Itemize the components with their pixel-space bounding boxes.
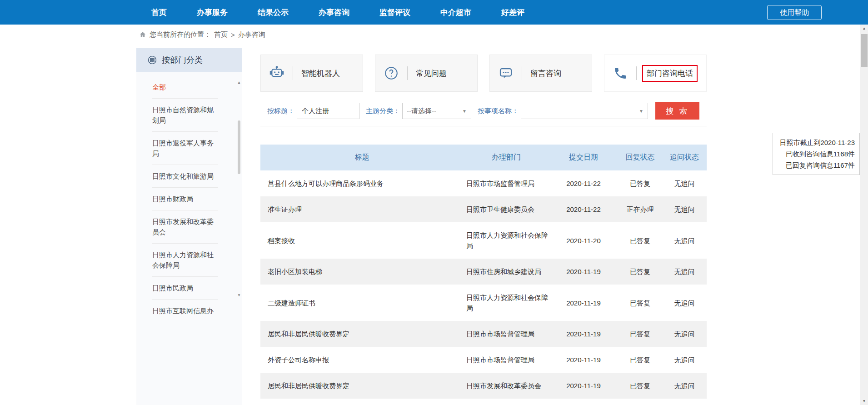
row-department: 日照市市场监督管理局 [464, 321, 549, 347]
col-header-title: 标题 [260, 145, 464, 170]
nav-item[interactable]: 结果公示 [258, 7, 289, 18]
nav-item[interactable]: 办事咨询 [319, 7, 349, 18]
col-header-department: 办理部门 [464, 145, 549, 170]
row-title-link[interactable]: 居民和非居民供暖收费界定 [260, 373, 464, 399]
sidebar-item[interactable]: 日照市文化和旅游局 [152, 165, 218, 188]
col-header-date: 提交日期 [549, 145, 618, 170]
robot-icon [261, 65, 293, 81]
sidebar-scroll-thumb[interactable] [238, 120, 240, 174]
breadcrumb-separator: > [231, 31, 235, 39]
row-submit-date: 2020-11-19 [549, 259, 618, 285]
row-department: 日照市住房和城乡建设局 [464, 259, 549, 285]
row-submit-date: 2020-11-19 [549, 347, 618, 373]
main-content: 智能机器人 常见问题 [260, 55, 707, 399]
sidebar-item[interactable]: 日照市发展和改革委员会 [152, 210, 218, 244]
row-title-link[interactable]: 外资子公司名称申报 [260, 347, 464, 373]
sidebar-title: 按部门分类 [162, 55, 203, 65]
tab-department-phone[interactable]: 部门咨询电话 [604, 55, 707, 92]
stats-line-2: 已收到咨询信息1168件 [778, 148, 855, 160]
table-header-row: 标题 办理部门 提交日期 回复状态 追问状态 [260, 145, 707, 170]
nav-item[interactable]: 好差评 [501, 7, 524, 18]
row-department: 日照市卫生健康委员会 [464, 196, 549, 222]
sidebar-item[interactable]: 日照市财政局 [152, 188, 218, 210]
row-title-link[interactable]: 准生证办理 [260, 196, 464, 222]
nav-item[interactable]: 办事服务 [197, 7, 228, 18]
nav-item[interactable]: 中介超市 [440, 7, 471, 18]
col-header-followup-status: 追问状态 [662, 145, 707, 170]
item-filter-label: 按事项名称： [478, 107, 519, 115]
table-row: 居民和非居民供暖收费界定 日照市发展和改革委员会 2020-11-19 已答复 … [260, 373, 707, 399]
row-submit-date: 2020-11-19 [549, 373, 618, 399]
title-filter-label: 按标题： [267, 107, 294, 115]
scroll-up-icon[interactable]: ▲ [236, 80, 242, 85]
tab-message-consult[interactable]: 留言咨询 [489, 55, 592, 92]
sidebar-scrollbar[interactable]: ▲ ▼ [237, 80, 241, 298]
scroll-down-icon[interactable]: ▼ [860, 397, 868, 405]
tab-smart-robot[interactable]: 智能机器人 [260, 55, 363, 92]
table-row: 档案接收 日照市人力资源和社会保障局 2020-11-20 已答复 无追问 [260, 222, 707, 259]
category-select[interactable]: --请选择-- ▼ [402, 103, 471, 119]
scroll-up-icon[interactable]: ▲ [860, 25, 868, 32]
row-title-link[interactable]: 居民和非居民供暖收费界定 [260, 321, 464, 347]
row-title-link[interactable]: 老旧小区加装电梯 [260, 259, 464, 285]
row-submit-date: 2020-11-19 [549, 285, 618, 321]
breadcrumb-current: 办事咨询 [238, 30, 265, 39]
row-reply-status: 已答复 [618, 373, 662, 399]
search-button[interactable]: 搜 索 [655, 102, 699, 120]
consult-stats-box: 日照市截止到2020-11-23 已收到咨询信息1168件 已回复咨询信息116… [773, 133, 860, 175]
row-submit-date: 2020-11-22 [549, 196, 618, 222]
row-reply-status: 正在办理 [618, 196, 662, 222]
page-scroll-thumb[interactable] [861, 34, 868, 67]
row-reply-status: 已答复 [618, 259, 662, 285]
breadcrumb-home-link[interactable]: 首页 [214, 30, 228, 39]
row-followup-status: 无追问 [662, 196, 707, 222]
sidebar-item[interactable]: 日照市退役军人事务局 [152, 132, 218, 165]
item-name-select[interactable]: ▼ [521, 103, 648, 119]
table-row: 外资子公司名称申报 日照市市场监督管理局 2020-11-19 已答复 无追问 [260, 347, 707, 373]
nav-item[interactable]: 监督评议 [379, 7, 410, 18]
row-followup-status: 无追问 [662, 285, 707, 321]
tab-department-phone-label: 部门咨询电话 [642, 65, 698, 82]
main-nav: 首页 办事服务 结果公示 办事咨询 监督评议 中介超市 好差评 [0, 0, 868, 25]
page-scrollbar[interactable]: ▲ ▼ [860, 25, 868, 405]
row-reply-status: 已答复 [618, 321, 662, 347]
row-department: 日照市发展和改革委员会 [464, 373, 549, 399]
divider [636, 66, 637, 80]
sidebar-item[interactable]: 日照市民政局 [152, 277, 218, 300]
sidebar-item[interactable]: 日照市人力资源和社会保障局 [152, 244, 218, 277]
row-department: 日照市市场监督管理局 [464, 170, 549, 196]
row-reply-status: 已答复 [618, 222, 662, 259]
help-button[interactable]: 使用帮助 [767, 5, 822, 20]
sidebar-header: 按部门分类 [136, 48, 242, 72]
row-title-link[interactable]: 二级建造师证书 [260, 285, 464, 321]
row-title-link[interactable]: 莒县什么地方可以办理商品条形码业务 [260, 170, 464, 196]
tab-faq[interactable]: 常见问题 [375, 55, 478, 92]
breadcrumb-prefix: 您当前所在的位置： [150, 30, 211, 39]
row-followup-status: 无追问 [662, 222, 707, 259]
nav-item[interactable]: 首页 [151, 7, 167, 18]
sidebar-item[interactable]: 全部 [152, 76, 218, 99]
phone-icon [604, 66, 636, 80]
row-submit-date: 2020-11-20 [549, 222, 618, 259]
tab-smart-robot-label: 智能机器人 [293, 68, 340, 79]
stats-line-1: 日照市截止到2020-11-23 [778, 137, 855, 148]
table-row: 居民和非居民供暖收费界定 日照市市场监督管理局 2020-11-19 已答复 无… [260, 321, 707, 347]
consult-channel-tabs: 智能机器人 常见问题 [260, 55, 707, 92]
category-select-value: --请选择-- [407, 107, 436, 115]
sidebar-item[interactable]: 日照市自然资源和规划局 [152, 99, 218, 132]
category-filter-label: 主题分类： [366, 107, 400, 115]
department-category-icon [147, 55, 157, 65]
table-row: 二级建造师证书 日照市人力资源和社会保障局 2020-11-19 已答复 无追问 [260, 285, 707, 321]
sidebar-item[interactable]: 日照市互联网信息办 [152, 300, 218, 322]
row-submit-date: 2020-11-19 [549, 321, 618, 347]
tab-message-consult-label: 留言咨询 [522, 68, 561, 79]
table-row: 莒县什么地方可以办理商品条形码业务 日照市市场监督管理局 2020-11-22 … [260, 170, 707, 196]
stats-line-3: 已回复咨询信息1167件 [778, 160, 855, 171]
department-sidebar: 按部门分类 全部 日照市自然资源和规划局 日照市退役军人事务局 日照市文化和旅游… [136, 48, 242, 405]
message-icon [490, 65, 522, 81]
row-title-link[interactable]: 档案接收 [260, 222, 464, 259]
row-submit-date: 2020-11-22 [549, 170, 618, 196]
row-followup-status: 无追问 [662, 347, 707, 373]
scroll-down-icon[interactable]: ▼ [236, 293, 242, 298]
title-search-input[interactable] [297, 103, 359, 119]
